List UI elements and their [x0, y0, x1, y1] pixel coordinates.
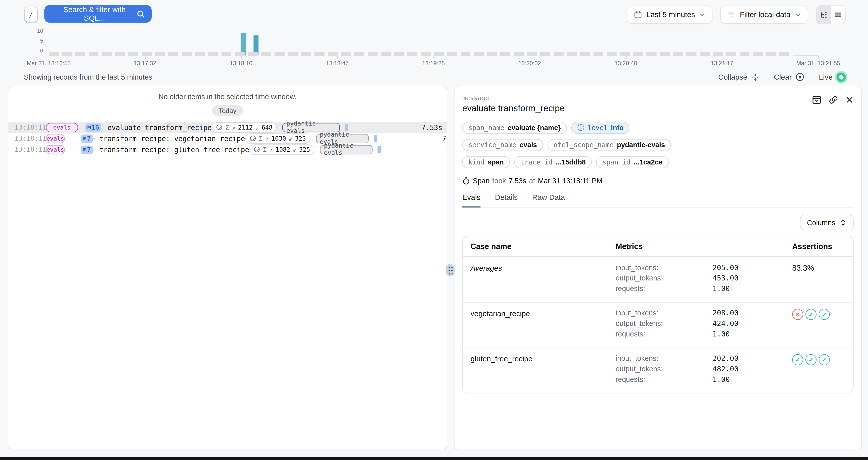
evals-tag-badge: evals: [46, 134, 65, 143]
token-metrics-pill: Σ ↗1082 ↙325: [249, 144, 314, 155]
calendar-icon: [634, 10, 642, 19]
x-axis-tick: Mar 31. 13:21:55: [796, 60, 840, 66]
dock-panel-icon: [812, 95, 821, 104]
attribute-tag[interactable]: service_nameevals: [462, 139, 543, 151]
tab-raw-data[interactable]: Raw Data: [532, 193, 565, 207]
token-coin-icon: [249, 135, 256, 142]
evals-table-header: Case name Metrics Assertions: [463, 236, 853, 257]
token-metrics-pill: Σ ↗1030 ↙323: [245, 133, 310, 144]
x-axis-tick: 13:20:02: [518, 60, 541, 66]
x-axis-tick: 13:21:17: [711, 60, 733, 66]
duration-value: 7.53s: [437, 134, 447, 142]
scope-badge: pydantic-evals: [320, 144, 373, 154]
x-axis-tick: 13:17:32: [134, 60, 156, 66]
dock-panel-button[interactable]: [812, 95, 821, 104]
output-arrow-icon: ↙: [255, 124, 259, 130]
box-minus-icon: ⊟: [87, 124, 91, 130]
evals-table: Case name Metrics Assertions Averages in…: [462, 236, 854, 393]
evals-table-row[interactable]: vegetarian_recipe input_tokens:208.00 ou…: [463, 302, 853, 348]
clear-circle-x-icon: [796, 72, 804, 81]
close-panel-button[interactable]: [845, 96, 854, 104]
link-icon: [829, 95, 838, 104]
date-pill[interactable]: Today: [212, 105, 243, 116]
attribute-tag[interactable]: span_nameevaluate {name}: [462, 122, 567, 134]
column-header: Case name: [470, 242, 615, 251]
case-metrics: input_tokens:205.00 output_tokens:453.00…: [616, 263, 792, 295]
search-label: Search & filter with SQL...: [52, 5, 137, 22]
x-axis-tick: 13:18:47: [326, 60, 349, 66]
evals-table-row[interactable]: gluten_free_recipe input_tokens:202.00 o…: [463, 348, 853, 393]
level-info-tag[interactable]: ⓘlevelInfo: [571, 122, 630, 134]
filter-local-data-select[interactable]: Filter local data: [720, 5, 808, 24]
attribute-tag[interactable]: otel_scope_namepydantic-evals: [548, 139, 671, 151]
tab-details[interactable]: Details: [495, 193, 518, 207]
assertion-pass-icon: ✓: [805, 309, 816, 320]
time-range-select[interactable]: Last 5 minutes: [626, 5, 713, 24]
attribute-tags-row: kindspan trace_id...15ddb8 span_id...1ca…: [462, 156, 854, 168]
attribute-tag[interactable]: span_id...1ca2ce: [596, 156, 669, 168]
attribute-tag[interactable]: trace_id...15ddb8: [515, 156, 592, 168]
token-coin-icon: [216, 124, 222, 131]
sum-icon: Σ: [263, 146, 267, 153]
trace-rows: 13:18:11 evals ⊟16 evaluate transform_re…: [8, 122, 447, 155]
live-toggle[interactable]: Live: [819, 72, 846, 81]
x-axis-tick: 13:18:10: [230, 60, 252, 66]
assertion-pass-icon: ✓: [819, 309, 830, 320]
app-window: / Search & filter with SQL... Last 5 min…: [0, 0, 868, 460]
expand-collapse-badge[interactable]: ⊟16: [85, 123, 101, 131]
tree-connector: [90, 134, 95, 139]
attribute-tags-row: span_nameevaluate {name} ⓘlevelInfo: [462, 122, 854, 134]
time-range-value: Last 5 minutes: [647, 10, 695, 19]
duration-track: [375, 135, 433, 142]
tab-evals[interactable]: Evals: [462, 193, 480, 207]
column-header: Assertions: [792, 242, 845, 251]
span-detail-panel: message evaluate transform_recipe: [454, 86, 862, 451]
span-title: evaluate transform_recipe: [107, 123, 212, 131]
span-title: transform_recipe: gluten_free_recipe: [99, 145, 249, 154]
input-arrow-icon: ↗: [270, 146, 273, 153]
case-metrics: input_tokens:202.00 output_tokens:482.00…: [616, 354, 792, 386]
close-icon: [845, 96, 854, 104]
timeline-plot[interactable]: [49, 32, 818, 54]
chevron-down-icon: [795, 11, 801, 18]
case-name: Averages: [470, 263, 615, 295]
slash-shortcut-keycap: /: [24, 6, 38, 22]
status-row: Showing records from the last 5 minutes …: [24, 71, 846, 83]
y-axis-tick: 5: [27, 38, 43, 44]
tree-view-toggle[interactable]: [816, 5, 831, 24]
duration-track: [379, 146, 436, 153]
panel-resize-handle[interactable]: [445, 264, 454, 276]
duration-track: [346, 124, 409, 131]
case-metrics: input_tokens:208.00 output_tokens:424.00…: [616, 309, 792, 340]
assertion-results: ✕ ✓ ✓: [792, 309, 845, 340]
trace-row[interactable]: 13:18:11 evals ⊟16 evaluate transform_re…: [8, 122, 447, 133]
clear-button[interactable]: Clear: [774, 72, 804, 81]
chevron-down-icon: [700, 11, 706, 18]
scope-badge: pydantic-evals: [283, 123, 340, 132]
sum-icon: Σ: [259, 135, 263, 142]
topbar-controls: Last 5 minutes Filter local data: [626, 5, 846, 24]
assertion-results: ✓ ✓ ✓: [792, 354, 845, 386]
collapse-button[interactable]: Collapse: [718, 73, 760, 81]
scrollbar-track[interactable]: [855, 200, 855, 447]
info-icon: ⓘ: [578, 124, 584, 131]
attribute-tag[interactable]: kindspan: [462, 156, 510, 168]
collapse-vertical-icon: [751, 73, 760, 81]
chevron-up-down-icon: [840, 219, 846, 226]
duration-value: 7.53s: [414, 123, 442, 131]
row-time: 13:18:11: [14, 145, 40, 154]
evals-table-row[interactable]: Averages input_tokens:205.00 output_toke…: [463, 257, 853, 302]
copy-link-button[interactable]: [829, 95, 838, 104]
trace-row[interactable]: 13:18:11 evals ⊞7 transform_recipe: glut…: [8, 144, 447, 155]
trace-row[interactable]: 13:18:11 evals ⊞7 transform_recipe: vege…: [8, 133, 447, 144]
topbar: / Search & filter with SQL... Last 5 min…: [0, 0, 868, 28]
collapse-label: Collapse: [718, 73, 747, 81]
list-view-toggle[interactable]: [831, 5, 845, 24]
clear-label: Clear: [774, 73, 792, 81]
list-view-icon: [834, 11, 842, 19]
live-status-icon: [836, 72, 846, 81]
view-mode-segmented-control: [816, 5, 846, 24]
row-time: 13:18:11: [14, 124, 40, 131]
search-button[interactable]: Search & filter with SQL...: [44, 5, 152, 23]
columns-button[interactable]: Columns: [800, 215, 854, 230]
